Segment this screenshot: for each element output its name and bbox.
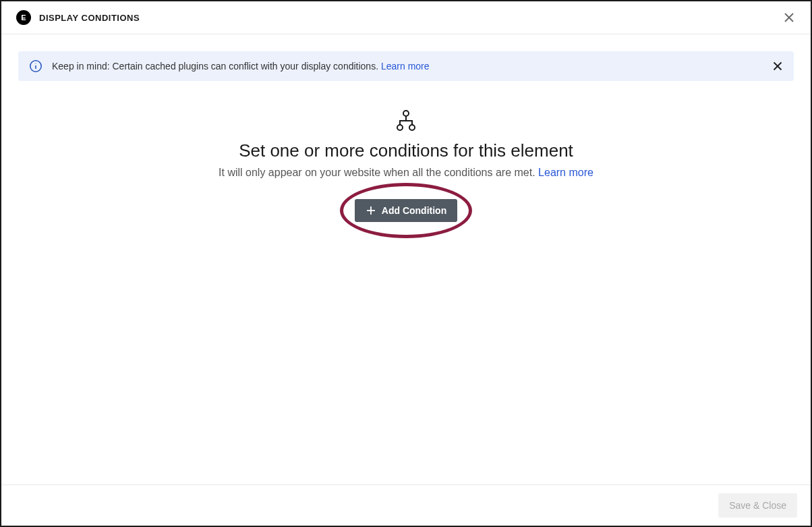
close-icon [783,11,795,24]
empty-state: Set one or more conditions for this elem… [18,81,794,222]
plus-icon [366,205,376,216]
elementor-logo-icon: E [16,10,31,25]
header-left: E DISPLAY CONDITIONS [16,10,140,25]
dialog-header: E DISPLAY CONDITIONS [1,1,811,34]
close-dialog-button[interactable] [781,9,797,26]
add-condition-label: Add Condition [382,205,446,216]
notice-learn-more-link[interactable]: Learn more [381,61,430,72]
svg-point-7 [403,111,409,116]
sitemap-icon [18,109,794,132]
dismiss-notice-button[interactable] [772,61,783,72]
add-condition-button[interactable]: Add Condition [355,199,457,222]
notice-message: Keep in mind: Certain cached plugins can… [52,61,381,72]
add-condition-wrap: Add Condition [355,199,457,222]
close-icon [772,61,783,72]
notice-left: Keep in mind: Certain cached plugins can… [29,59,430,73]
svg-point-4 [35,63,36,63]
dialog-title: DISPLAY CONDITIONS [39,13,140,23]
dialog-content: Keep in mind: Certain cached plugins can… [1,34,811,222]
svg-point-8 [397,125,403,130]
svg-point-9 [409,125,415,130]
info-notice: Keep in mind: Certain cached plugins can… [18,51,794,81]
empty-state-subtitle: It will only appear on your website when… [18,167,794,179]
subtitle-text: It will only appear on your website when… [219,167,538,178]
learn-more-link[interactable]: Learn more [538,167,593,178]
dialog-footer: Save & Close [1,484,811,526]
save-close-button[interactable]: Save & Close [718,493,797,518]
info-icon [29,59,42,73]
empty-state-title: Set one or more conditions for this elem… [18,140,794,161]
notice-text: Keep in mind: Certain cached plugins can… [52,61,430,72]
